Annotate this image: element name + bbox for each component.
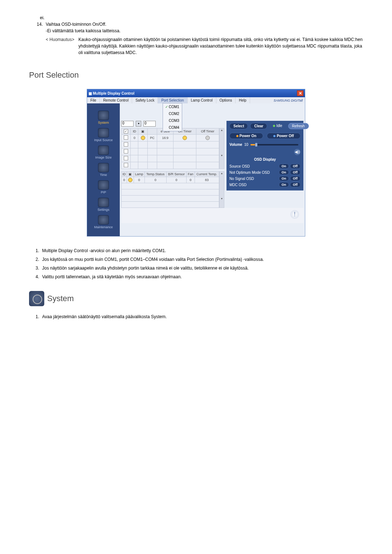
optimum-osd-on[interactable]: On xyxy=(279,170,289,175)
port-dropdown[interactable]: ✓COM1 COM2 COM3 COM4 xyxy=(163,103,182,131)
menu-port-selection[interactable]: Port Selection xyxy=(158,97,187,103)
sidebar-image-size[interactable]: Image Size xyxy=(87,145,120,159)
sidebar: System Input Source Image Size Time PIP … xyxy=(87,103,120,236)
brand-label: SAMSUNG DIGITall xyxy=(274,99,305,102)
port-com4[interactable]: COM4 xyxy=(163,124,182,131)
checkbox[interactable] xyxy=(124,135,128,140)
table-row[interactable]: 0 PC 16:9 xyxy=(122,135,219,141)
menu-file[interactable]: File xyxy=(87,97,100,103)
close-icon[interactable]: ✕ xyxy=(297,90,303,96)
refresh-button[interactable]: Refresh xyxy=(288,123,309,129)
id-from-input[interactable]: 0 xyxy=(121,121,134,127)
note-block: < Huomautus> Kauko-ohjaussignaalin ottam… xyxy=(46,36,363,56)
sidebar-input-source[interactable]: Input Source xyxy=(87,128,120,142)
settings-icon xyxy=(98,198,109,207)
port-com2[interactable]: COM2 xyxy=(163,110,182,117)
system-icon xyxy=(98,111,109,120)
mdc-osd-off[interactable]: Off xyxy=(290,182,301,187)
osd-title: OSD Display xyxy=(229,157,301,161)
offtimer-dot xyxy=(205,136,210,140)
volume-control: Volume 10 xyxy=(229,143,301,147)
table-row[interactable]: 0 0 0 0 0 83 xyxy=(122,177,219,183)
port-com3[interactable]: COM3 xyxy=(163,117,182,124)
ontimer-dot xyxy=(183,136,187,140)
sidebar-settings[interactable]: Settings xyxy=(87,198,120,212)
item-14: 14. Vaihtaa OSD-toiminnon On/Off. -Ei vä… xyxy=(29,21,363,34)
nosignal-osd-on[interactable]: On xyxy=(279,176,289,181)
status-grid: ID ▣ Lamp Temp.Status B/R Sensor Fan Cur… xyxy=(121,171,219,208)
port-com1[interactable]: ✓COM1 xyxy=(163,103,182,110)
status-dot xyxy=(141,136,145,140)
pip-icon xyxy=(98,180,109,190)
scrollbar[interactable]: ▴ ▾ xyxy=(219,171,224,208)
menu-help[interactable]: Help xyxy=(236,97,250,103)
display-grid: ✓ ID ▣ e Size On Timer Off Timer xyxy=(121,128,219,169)
nosignal-osd-off[interactable]: Off xyxy=(290,176,301,181)
clear-button[interactable]: Clear xyxy=(250,123,267,129)
section-port-selection: Port Selection xyxy=(29,70,363,80)
maintenance-icon xyxy=(98,215,109,225)
menu-lamp[interactable]: Lamp Control xyxy=(188,97,216,103)
system-section-icon xyxy=(29,291,44,306)
system-notes: 1.Avaa järjestelmän säätönäyttö valitsem… xyxy=(29,313,363,320)
menu-remote[interactable]: Remote Control xyxy=(100,97,132,103)
power-on-button[interactable]: Power On xyxy=(229,133,263,139)
menu-options[interactable]: Options xyxy=(216,97,236,103)
power-off-button[interactable]: Power Off xyxy=(267,133,301,139)
input-icon xyxy=(98,128,109,138)
idle-status: Idle xyxy=(269,123,286,129)
scrollbar[interactable]: ▴ ▾ xyxy=(219,128,224,169)
chevron-down-icon[interactable]: ▾ xyxy=(136,121,141,127)
ei-text: ei. xyxy=(40,15,363,21)
app-icon: ▦ xyxy=(89,91,93,95)
section-system: System xyxy=(47,294,74,303)
sidebar-system[interactable]: System xyxy=(87,111,120,124)
select-button[interactable]: Select xyxy=(229,123,248,129)
checkbox-all[interactable]: ✓ xyxy=(124,129,128,134)
window-title: Multiple Display Control xyxy=(93,91,134,95)
mdc-osd-on[interactable]: On xyxy=(279,182,289,187)
time-icon xyxy=(98,163,109,172)
optimum-osd-off[interactable]: Off xyxy=(290,170,301,175)
port-selection-notes: 1.Multiple Display Control -arvoksi on a… xyxy=(29,247,363,280)
sidebar-pip[interactable]: PIP xyxy=(87,180,120,194)
sidebar-maintenance[interactable]: Maintenance xyxy=(87,215,120,229)
status-dot xyxy=(128,178,132,182)
volume-slider[interactable] xyxy=(250,144,298,145)
image-size-icon xyxy=(98,145,109,155)
mdc-screenshot: ▦ Multiple Display Control ✕ File Remote… xyxy=(87,89,305,237)
speaker-icon[interactable]: ◀)) xyxy=(294,149,301,155)
warning-icon: ! xyxy=(290,210,299,219)
source-osd-off[interactable]: Off xyxy=(290,164,301,169)
menu-safety[interactable]: Safety Lock xyxy=(132,97,158,103)
id-to-input[interactable]: 0 xyxy=(143,121,156,127)
sidebar-time[interactable]: Time xyxy=(87,163,120,177)
menubar: File Remote Control Safety Lock Port Sel… xyxy=(87,97,305,103)
source-osd-on[interactable]: On xyxy=(279,164,289,169)
